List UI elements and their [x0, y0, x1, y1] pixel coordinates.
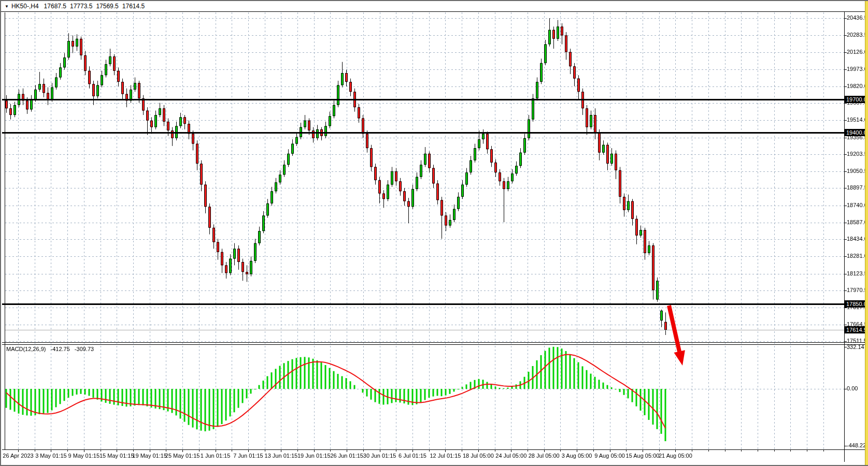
- time-tick-label: 9 Aug 05:00: [594, 453, 625, 459]
- time-tick-label: 28 Jul 05:00: [529, 453, 560, 459]
- ohlc-open: 17687.5: [44, 3, 66, 10]
- price-chart-canvas[interactable]: [1, 1, 868, 466]
- price-tick-label: 17970.5: [847, 287, 867, 293]
- time-tick-label: 12 Jul 01:15: [430, 453, 461, 459]
- time-tick-label: 3 May 01:15: [35, 453, 67, 459]
- ohlc-low: 17569.5: [96, 3, 118, 10]
- symbol-dropdown-icon[interactable]: ▼: [5, 4, 9, 9]
- time-tick-label: 19 May 01:15: [132, 453, 167, 459]
- time-tick-label: 15 May 01:15: [99, 453, 134, 459]
- time-tick-label: 26 Jun 01:15: [330, 453, 363, 459]
- macd-axis-label: -448.22: [847, 442, 866, 448]
- price-tick-label: 18281.0: [847, 253, 867, 259]
- time-tick-label: 21 Aug 05:00: [659, 453, 692, 459]
- price-tick-label: 19050.5: [847, 168, 867, 174]
- time-tick-label: 24 Jul 05:00: [495, 453, 527, 459]
- price-tick-label: 18434.0: [847, 236, 867, 242]
- time-tick-label: 25 May 01:15: [165, 453, 200, 459]
- price-tick-label: 19514.0: [847, 116, 867, 123]
- time-tick-label: 9 May 01:15: [68, 453, 100, 459]
- price-tick-label: 18123.5: [847, 270, 867, 276]
- chart-window: ▼ HK50-,H4 17687.5 17773.5 17569.5 17614…: [0, 0, 868, 466]
- time-tick-label: 7 Jun 01:15: [233, 453, 263, 459]
- time-tick-label: 15 Aug 05:00: [626, 453, 660, 459]
- time-tick-label: 13 Jun 01:15: [265, 453, 298, 459]
- price-tick-label: 18587.0: [847, 219, 867, 225]
- price-tick-label: 20126.0: [847, 49, 867, 55]
- macd-signal-value: -309.73: [75, 346, 94, 352]
- price-tick-label: 19820.0: [847, 83, 867, 89]
- price-tick-label: 17511.5: [847, 338, 867, 344]
- macd-main-value: -412.75: [50, 346, 69, 352]
- ohlc-close: 17614.5: [122, 3, 145, 10]
- time-tick-label: 19 Jun 01:15: [297, 453, 331, 459]
- macd-indicator-label: MACD(12,26,9) -412.75 -309.73: [6, 346, 97, 352]
- time-tick-label: 3 Aug 05:00: [562, 453, 592, 459]
- price-tick-label: 19203.5: [847, 151, 867, 157]
- symbol-period-label: HK50-,H4: [11, 3, 39, 10]
- time-tick-label: 6 Jul 01:15: [399, 453, 426, 459]
- window-edge-strip: [865, 1, 868, 466]
- price-tick-label: 18740.0: [847, 202, 867, 208]
- macd-axis-label: 0.00: [847, 385, 858, 391]
- time-tick-label: 30 Jun 01:15: [363, 453, 396, 459]
- price-tick-label: 20283.5: [847, 32, 867, 38]
- price-tick-label: 18897.5: [847, 184, 867, 191]
- time-tick-label: 18 Jul 05:00: [463, 453, 494, 459]
- macd-axis-label: 332.14: [847, 344, 864, 350]
- chart-header: ▼ HK50-,H4 17687.5 17773.5 17569.5 17614…: [1, 1, 865, 12]
- macd-name: MACD(12,26,9): [6, 346, 46, 352]
- price-axis[interactable]: [844, 12, 865, 449]
- price-tick-label: 20436.5: [847, 14, 867, 21]
- ohlc-high: 17773.5: [70, 3, 92, 10]
- price-tick-label: 19973.0: [847, 66, 867, 72]
- time-tick-label: 1 Jun 01:15: [201, 453, 231, 459]
- time-tick-label: 26 Apr 2023: [3, 453, 33, 459]
